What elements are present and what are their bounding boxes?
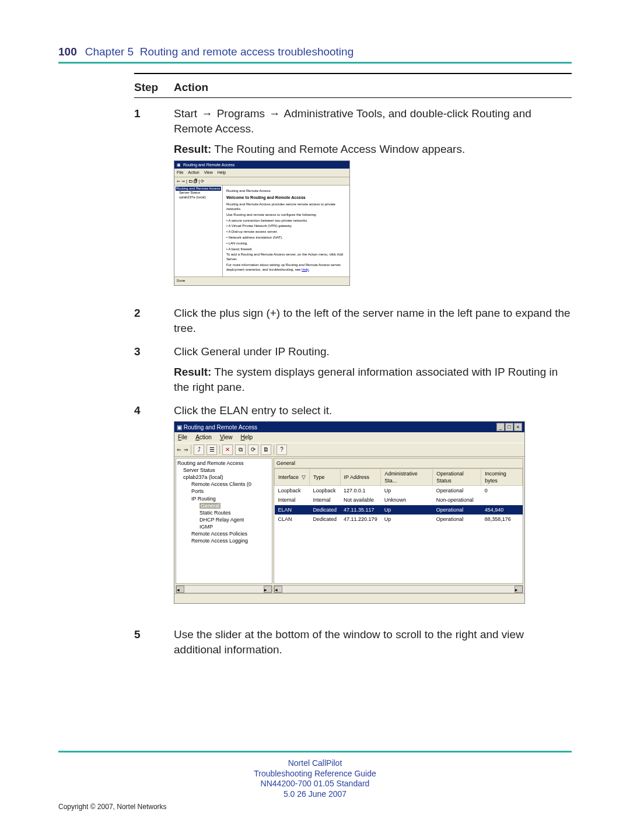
ss2-menubar[interactable]: File Action View Help: [174, 432, 524, 443]
table-row[interactable]: InternalInternalNot availableUnknownNon-…: [275, 495, 523, 505]
screenshot-general: ▣ Routing and Remote Access _□× File Act…: [174, 421, 525, 604]
tree-hscroll[interactable]: ◂▸: [176, 585, 272, 593]
step-4-text: Click the ELAN entry to select it.: [174, 403, 572, 418]
action-header: Action: [174, 81, 208, 94]
menu-help[interactable]: Help: [218, 170, 226, 175]
step-header: Step: [134, 81, 160, 94]
col-incoming-bytes[interactable]: Incoming bytes: [481, 469, 523, 486]
forward-icon[interactable]: ⇒: [184, 446, 188, 453]
ss2-scrollbars[interactable]: ◂▸ ◂▸: [174, 585, 524, 593]
back-icon[interactable]: ⇐: [177, 446, 181, 453]
step-2-text: Click the plus sign (+) to the left of t…: [174, 306, 572, 335]
ss1-heading: Welcome to Routing and Remote Access: [226, 195, 346, 200]
ss1-p3: To add a Routing and Remote Access serve…: [226, 253, 346, 262]
footer-line-4: 5.0 26 June 2007: [58, 789, 572, 800]
ss1-pane: Routing and Remote Access Welcome to Rou…: [223, 186, 349, 276]
tree-igmp[interactable]: IGMP: [177, 523, 271, 530]
tree-remote-access-policies[interactable]: Remote Access Policies: [177, 530, 271, 537]
arrow-icon: →: [200, 107, 214, 120]
ss1-tree-server[interactable]: cplab237a (local): [176, 195, 221, 200]
table-row-selected[interactable]: ELANDedicated47.11.35.117UpOperational45…: [275, 505, 523, 514]
step-1-body: Start → Programs → Administrative Tools,…: [174, 106, 572, 298]
ss2-toolbar[interactable]: ⇐ ⇒ ⤴ ☰ ✕ ⧉ ⟳ 🗎 ?: [174, 443, 524, 457]
menu-action[interactable]: Action: [188, 170, 199, 175]
col-ip[interactable]: IP Address: [340, 469, 381, 486]
chapter-name: Routing and remote access troubleshootin…: [140, 46, 354, 58]
col-interface[interactable]: Interface ▽: [275, 469, 310, 486]
maximize-button[interactable]: □: [505, 423, 513, 431]
close-button[interactable]: ×: [514, 423, 522, 431]
tree-remote-access-clients[interactable]: Remote Access Clients (0: [177, 481, 271, 488]
col-type[interactable]: Type: [310, 469, 341, 486]
list-icon[interactable]: ☰: [206, 444, 217, 455]
arrow-icon: →: [268, 107, 281, 120]
col-admin-status[interactable]: Administrative Sta...: [381, 469, 433, 486]
tree-static-routes[interactable]: Static Routes: [177, 509, 271, 516]
ss1-p1: Routing and Remote Access provides secur…: [226, 202, 346, 212]
step-3-body: Click General under IP Routing. Result: …: [174, 344, 572, 395]
main-hscroll[interactable]: ◂▸: [274, 585, 523, 593]
pane-heading: General: [274, 459, 523, 468]
menu-help[interactable]: Help: [240, 433, 253, 442]
step-1-result-label: Result:: [174, 143, 211, 155]
table-row[interactable]: LoopbackLoopback127.0.0.1UpOperational0: [275, 486, 523, 496]
ss1-b1: • A secure connection between two privat…: [226, 219, 346, 223]
menu-file[interactable]: File: [178, 433, 187, 442]
ss1-p4a: For more information about setting up Ro…: [226, 263, 341, 271]
ss1-b5: • LAN routing.: [226, 242, 346, 246]
ss2-title: Routing and Remote Access: [184, 424, 257, 430]
tree-general[interactable]: General: [200, 503, 220, 509]
app-icon: ▣: [177, 162, 181, 167]
footer-line-1: Nortel CallPilot: [58, 758, 572, 769]
step-1-result-text: The Routing and Remote Access Window app…: [211, 143, 465, 155]
up-icon[interactable]: ⤴: [194, 444, 204, 455]
properties-icon[interactable]: ⧉: [235, 444, 246, 455]
step-3-result-text: The system displays general information …: [174, 366, 558, 393]
help-icon[interactable]: ?: [276, 444, 287, 455]
step-4-body: Click the ELAN entry to select it. ▣ Rou…: [174, 403, 572, 619]
step-1-text-b: Programs: [214, 107, 268, 120]
menu-view[interactable]: View: [204, 170, 213, 175]
table-row[interactable]: CLANDedicated47.11.220.179UpOperational8…: [275, 514, 523, 524]
refresh-icon[interactable]: ⟳: [248, 444, 258, 455]
ss1-menubar[interactable]: File Action View Help: [174, 169, 349, 177]
tree-root[interactable]: Routing and Remote Access: [177, 460, 271, 467]
page-footer: Nortel CallPilot Troubleshooting Referen…: [58, 751, 572, 811]
ss1-tree-status[interactable]: Server Status: [176, 191, 221, 195]
ss1-tree[interactable]: Routing and Remote Access Server Status …: [174, 186, 223, 276]
menu-action[interactable]: Action: [195, 433, 212, 442]
tree-ports[interactable]: Ports: [177, 488, 271, 495]
tree-server-status[interactable]: Server Status: [177, 467, 271, 474]
ss1-help-link[interactable]: Help: [302, 268, 309, 271]
step-3-result-label: Result:: [174, 366, 211, 378]
minimize-button[interactable]: _: [496, 423, 505, 431]
tree-dhcp-relay[interactable]: DHCP Relay Agent: [177, 516, 271, 523]
step-3-text: Click General under IP Routing.: [174, 344, 572, 359]
tree-server[interactable]: cplab237a (local): [177, 474, 271, 481]
ss1-toolbar[interactable]: ⇐ ⇒ | 🗀 🗐 | ⟳: [174, 177, 349, 186]
ss2-titlebar: ▣ Routing and Remote Access _□×: [174, 422, 524, 432]
footer-line-3: NN44200-700 01.05 Standard: [58, 779, 572, 789]
ss2-main-pane: General Interface ▽ Type IP Address Admi…: [274, 458, 523, 584]
menu-file[interactable]: File: [177, 170, 183, 175]
ss1-b6: • A basic firewall.: [226, 247, 346, 252]
ss1-tree-root[interactable]: Routing and Remote Access: [176, 187, 221, 191]
ss1-b4: • Network address translation (NAT).: [226, 236, 346, 240]
menu-view[interactable]: View: [220, 433, 233, 442]
export-icon[interactable]: 🗎: [261, 444, 271, 455]
footer-line-2: Troubleshooting Reference Guide: [58, 769, 572, 779]
page-number: 100: [58, 46, 77, 58]
ss2-statusbar: [174, 593, 524, 603]
tree-ip-routing[interactable]: IP Routing: [177, 495, 271, 502]
step-1-text-a: Start: [174, 107, 200, 120]
ss1-title: Routing and Remote Access: [183, 162, 235, 167]
ss1-b3: • A Dial-up remote access server.: [226, 230, 346, 235]
step-1-number: 1: [134, 106, 160, 298]
ss2-tree[interactable]: Routing and Remote Access Server Status …: [176, 458, 272, 584]
interfaces-table: Interface ▽ Type IP Address Administrati…: [274, 468, 523, 524]
chapter-label: Chapter 5: [85, 46, 134, 58]
col-op-status[interactable]: Operational Status: [433, 469, 481, 486]
tree-remote-access-logging[interactable]: Remote Access Logging: [177, 537, 271, 544]
table-header-row[interactable]: Interface ▽ Type IP Address Administrati…: [275, 469, 523, 486]
delete-icon[interactable]: ✕: [222, 444, 233, 455]
